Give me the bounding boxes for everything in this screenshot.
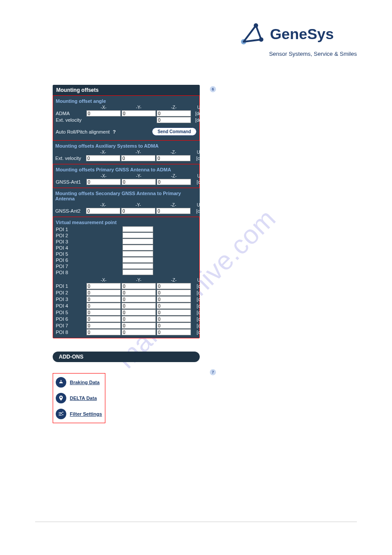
adma-z-input[interactable] [157, 110, 191, 116]
poi-name-label: POI 3 [56, 239, 122, 244]
poi-z-input[interactable] [157, 303, 191, 309]
section-title-gnss2: Mounting offsets Secondary GNSS Antenna … [55, 189, 197, 203]
poi-coord-label: POI 4 [56, 303, 86, 308]
poi-z-input[interactable] [157, 296, 191, 302]
row-label-extvel-angle: Ext. velocity [56, 117, 86, 123]
help-icon[interactable]: ? [113, 129, 116, 134]
addon-link-delta[interactable]: DELTA Data [70, 395, 97, 401]
vmp-col-unit: Unit [192, 278, 200, 283]
addon-braking-data[interactable]: Braking Data [56, 377, 102, 388]
gnss2-col-y: -Y- [121, 203, 155, 207]
adma-unit: [deg] [192, 111, 200, 116]
adma-x-input[interactable] [86, 110, 121, 116]
poi-unit: [cm] [192, 297, 200, 302]
poi-coord-label: POI 7 [56, 323, 86, 328]
row-label-gnss2: GNSS-Ant2 [55, 208, 85, 214]
poi-x-input[interactable] [86, 316, 121, 322]
col-unit: Unit [192, 105, 200, 110]
poi-y-input[interactable] [122, 303, 156, 309]
aux-col-z: -Z- [156, 150, 191, 155]
col-y: -Y- [122, 105, 156, 110]
gnss1-x-input[interactable] [86, 179, 121, 185]
poi-name-input[interactable] [122, 245, 153, 250]
gnss1-col-y: -Y- [122, 174, 156, 178]
gnss1-unit: [cm] [192, 180, 200, 185]
poi-coord-label: POI 3 [56, 297, 86, 302]
extvel-aux-unit: [cm] [191, 156, 200, 161]
gnss1-z-input[interactable] [157, 179, 191, 185]
poi-y-input[interactable] [122, 323, 156, 329]
poi-z-input[interactable] [157, 329, 191, 335]
addon-link-braking[interactable]: Braking Data [70, 380, 100, 385]
section-auxiliary: Mounting offsets Auxiliary Systems to AD… [53, 141, 200, 164]
poi-x-input[interactable] [86, 290, 121, 296]
poi-name-label: POI 2 [56, 233, 122, 238]
aux-col-unit: Unit [191, 150, 200, 155]
extvel-angle-unit: [deg] [192, 118, 200, 123]
poi-y-input[interactable] [122, 309, 156, 316]
poi-y-input[interactable] [122, 316, 156, 322]
poi-x-input[interactable] [86, 309, 121, 316]
section-gnss-secondary: Mounting offsets Secondary GNSS Antenna … [53, 188, 200, 217]
poi-unit: [cm] [192, 323, 200, 328]
poi-z-input[interactable] [157, 316, 191, 322]
col-x: -X- [86, 105, 121, 110]
poi-y-input[interactable] [122, 329, 156, 335]
poi-z-input[interactable] [157, 323, 191, 329]
poi-x-input[interactable] [86, 323, 121, 329]
gnss2-z-input[interactable] [156, 208, 191, 214]
poi-coord-label: POI 8 [56, 330, 86, 335]
addon-filter-settings[interactable]: Filter Settings [56, 409, 102, 419]
row-label-extvel-aux: Ext. velocity [55, 156, 85, 161]
poi-x-input[interactable] [86, 283, 121, 289]
braking-icon [56, 377, 66, 388]
section-title-gnss1: Mounting offsets Primary GNSS Antenna to… [56, 165, 197, 174]
addon-delta-data[interactable]: DELTA Data [56, 393, 102, 403]
addons-box: Braking Data DELTA Data Filter Settings [53, 373, 105, 423]
gnss1-col-unit: Unit [192, 174, 200, 178]
adma-y-input[interactable] [122, 110, 156, 116]
section-offset-angle: Mounting offset angle -X- -Y- -Z- Unit A… [53, 95, 200, 141]
aux-col-x: -X- [86, 150, 120, 155]
extvel-aux-x-input[interactable] [86, 155, 120, 161]
poi-x-input[interactable] [86, 303, 121, 309]
gnss2-unit: [cm] [191, 209, 200, 214]
poi-name-input[interactable] [122, 232, 153, 238]
poi-name-input[interactable] [122, 239, 153, 244]
extvel-angle-z-input[interactable] [157, 117, 191, 123]
poi-x-input[interactable] [86, 296, 121, 302]
section-vmp: Virtual measurement point POI 1POI 2POI … [53, 217, 200, 338]
poi-name-label: POI 1 [56, 227, 122, 232]
poi-name-input[interactable] [122, 251, 153, 257]
mounting-offsets-panel: Mounting offsets Mounting offset angle -… [53, 85, 200, 338]
col-z: -Z- [157, 105, 191, 110]
addon-link-filter[interactable]: Filter Settings [70, 411, 102, 417]
row-label-gnss1: GNSS-Ant1 [56, 179, 86, 185]
extvel-aux-z-input[interactable] [156, 155, 191, 161]
callout-badge-6: 6 [210, 86, 216, 92]
poi-unit: [cm] [192, 304, 200, 308]
poi-name-label: POI 6 [56, 258, 122, 263]
poi-z-input[interactable] [157, 309, 191, 316]
panel-title: Mounting offsets [53, 85, 200, 95]
gnss2-y-input[interactable] [121, 208, 155, 214]
poi-x-input[interactable] [86, 329, 121, 335]
poi-y-input[interactable] [122, 290, 156, 296]
callout-badge-7: 7 [210, 369, 216, 375]
poi-y-input[interactable] [122, 296, 156, 302]
extvel-aux-y-input[interactable] [121, 155, 155, 161]
gnss2-x-input[interactable] [86, 208, 120, 214]
brand-tagline: Sensor Systems, Service & Smiles [269, 51, 357, 57]
poi-name-input[interactable] [122, 269, 153, 275]
poi-name-input[interactable] [122, 263, 153, 269]
gnss1-y-input[interactable] [122, 179, 156, 185]
brand-header: GeneSys Sensor Systems, Service & Smiles [239, 22, 357, 57]
poi-z-input[interactable] [157, 283, 191, 289]
poi-name-input[interactable] [122, 257, 153, 263]
poi-y-input[interactable] [122, 283, 156, 289]
send-command-button[interactable]: Send Command [152, 127, 197, 136]
poi-name-input[interactable] [122, 226, 153, 232]
poi-name-label: POI 7 [56, 264, 122, 269]
poi-unit: [cm] [192, 317, 200, 322]
poi-z-input[interactable] [157, 290, 191, 296]
